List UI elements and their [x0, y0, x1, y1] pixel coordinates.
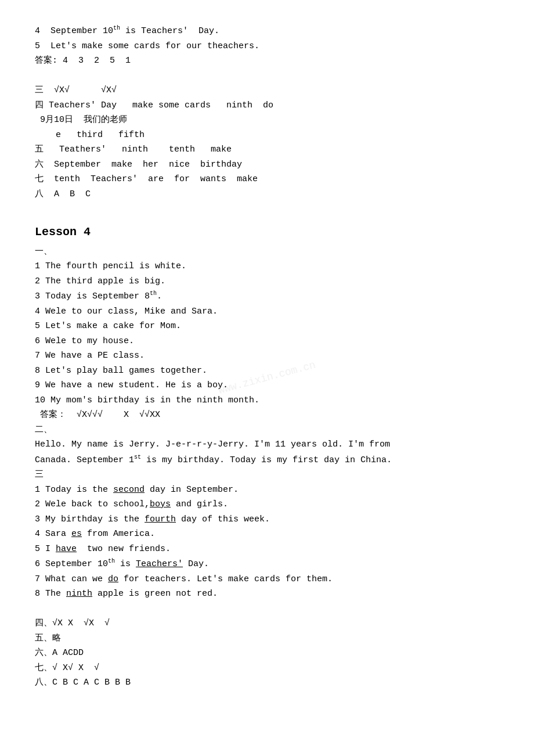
answer-second: second [113, 485, 145, 495]
er-line-2: Canada. September 1st is my birthday. To… [35, 452, 499, 468]
answer-boys: boys [150, 499, 171, 509]
lesson4-yi-label: 一、 [35, 244, 499, 260]
answer-have: have [56, 544, 77, 554]
bottom-si: 四、√X X √X √ [35, 616, 499, 631]
answer-do: do [108, 574, 118, 584]
yi-line-2: 2 The third apple is big. [35, 274, 499, 289]
line-si-3: e third fifth [35, 128, 499, 143]
line-blank [35, 69, 499, 84]
line-san: 三 √X√ √X√ [35, 83, 499, 98]
san-item-5: 5 I have two new friends. [35, 542, 499, 557]
top-section: 4 September 10th is Teachers' Day. 5 Let… [35, 23, 499, 201]
yi-line-6: 6 Wele to my house. [35, 334, 499, 349]
san-item-8: 8 The ninth apple is green not red. [35, 586, 499, 602]
yi-line-3: 3 Today is September 8th. [35, 289, 499, 304]
lesson4-title: Lesson 4 [35, 222, 499, 242]
answer-teachers: Teachers' [136, 559, 183, 569]
lesson4-er-content: Hello. My name is Jerry. J-e-r-r-y-Jerry… [35, 437, 499, 467]
spacer2 [35, 602, 499, 617]
san-item-6: 6 September 10th is Teachers' Day. [35, 556, 499, 572]
line-2: 5 Let's make some cards for our theacher… [35, 39, 499, 54]
san-item-3: 3 My birthday is the fourth day of this … [35, 512, 499, 527]
yi-line-1: 1 The fourth pencil is white. [35, 259, 499, 274]
yi-line-5: 5 Let's make a cake for Mom. [35, 319, 499, 334]
page-content: 4 September 10th is Teachers' Day. 5 Let… [35, 23, 499, 690]
san-item-1: 1 Today is the second day in September. [35, 483, 499, 498]
er-line-1: Hello. My name is Jerry. J-e-r-r-y-Jerry… [35, 437, 499, 452]
spacer [35, 201, 499, 217]
lesson4-bottom: 四、√X X √X √ 五、略 六、A ACDD 七、√ X√ X √ 八、C … [35, 616, 499, 690]
bottom-ba: 八、C B C A C B B B [35, 675, 499, 690]
san-item-2: 2 Wele back to school,boys and girls. [35, 497, 499, 512]
yi-line-7: 7 We have a PE class. [35, 348, 499, 363]
lesson4-section: Lesson 4 一、 1 The fourth pencil is white… [35, 222, 499, 690]
line-1: 4 September 10th is Teachers' Day. [35, 23, 499, 39]
bottom-liu: 六、A ACDD [35, 646, 499, 661]
san-item-7: 7 What can we do for teachers. Let's mak… [35, 572, 499, 587]
line-si: 四 Teachers' Day make some cards ninth do [35, 98, 499, 113]
san-item-4: 4 Sara es from America. [35, 527, 499, 542]
lesson4-yi-content: 1 The fourth pencil is white. 2 The thir… [35, 259, 499, 423]
line-qi: 七 tenth Teachers' are for wants make [35, 172, 499, 187]
bottom-wu: 五、略 [35, 631, 499, 646]
line-ba: 八 A B C [35, 187, 499, 202]
line-wu: 五 Teathers' ninth tenth make [35, 142, 499, 157]
lesson4-san-label: 三 [35, 467, 499, 483]
bottom-qi: 七、√ X√ X √ [35, 661, 499, 676]
line-liu: 六 September make her nice birthday [35, 157, 499, 172]
lesson4-san-content: 1 Today is the second day in September. … [35, 483, 499, 602]
yi-line-8: 8 Let's play ball games together. [35, 363, 499, 379]
answer-fourth: fourth [145, 514, 176, 524]
answer-ninth: ninth [66, 589, 92, 599]
yi-line-9: 9 We have a new student. He is a boy. [35, 378, 499, 393]
yi-answer: 答案： √X√√√ X √√XX [35, 408, 499, 423]
lesson4-er-label: 二、 [35, 423, 499, 438]
yi-line-4: 4 Wele to our class, Mike and Sara. [35, 304, 499, 319]
yi-line-10: 10 My mom's birthday is in the ninth mon… [35, 393, 499, 408]
line-3: 答案: 4 3 2 5 1 [35, 53, 499, 69]
line-si-2: 9月10日 我们的老师 [35, 113, 499, 128]
answer-es: es [71, 529, 82, 539]
